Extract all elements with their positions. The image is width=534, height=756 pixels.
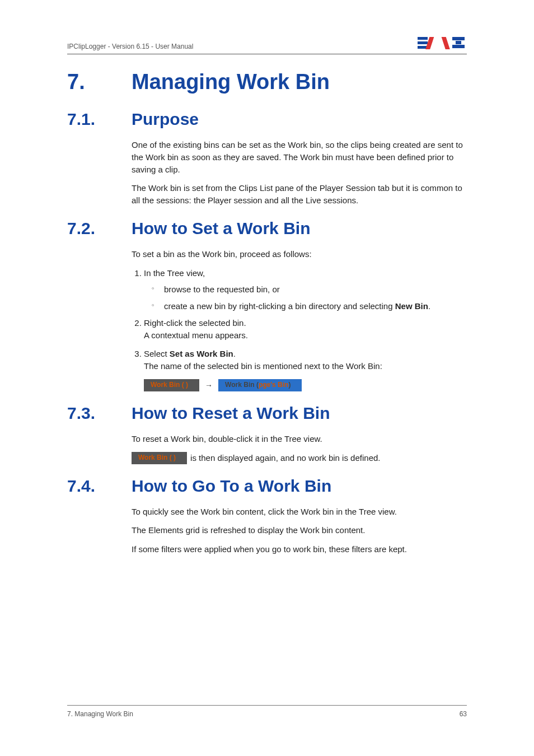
work-bin-empty-chip: Work Bin ( ) — [132, 452, 187, 464]
step-followup: A contextual menu appears. — [144, 329, 467, 342]
step-text: . — [233, 349, 236, 358]
evs-logo — [418, 36, 467, 50]
inline-chip-paragraph: Work Bin ( ) is then displayed again, an… — [132, 452, 467, 464]
sub-item-text: . — [428, 301, 430, 311]
chapter-title: Managing Work Bin — [132, 70, 330, 94]
section-7-1-heading: 7.1.Purpose — [67, 110, 467, 129]
section-number: 7.4. — [67, 477, 132, 496]
svg-rect-4 — [442, 37, 450, 49]
section-7-3-body: To reset a Work bin, double-click it in … — [132, 433, 467, 464]
arrow-icon: → — [205, 380, 213, 391]
paragraph: To quickly see the Work bin content, cli… — [132, 506, 467, 518]
footer-page-number: 63 — [460, 710, 467, 718]
paragraph: One of the existing bins can be set as t… — [132, 139, 467, 175]
header-left-text: IPClipLogger - Version 6.15 - User Manua… — [67, 43, 193, 50]
section-number: 7.3. — [67, 404, 132, 423]
sub-item: browse to the requested bin, or — [148, 283, 467, 296]
paragraph: To set a bin as the Work bin, proceed as… — [132, 248, 467, 260]
paragraph: To reset a Work bin, double-click it in … — [132, 433, 467, 445]
paragraph: If some filters were applied when you go… — [132, 543, 467, 556]
section-7-2-body: To set a bin as the Work bin, proceed as… — [132, 248, 467, 391]
section-number: 7.2. — [67, 219, 132, 238]
section-title: How to Go To a Work Bin — [132, 477, 331, 496]
section-title: How to Reset a Work Bin — [132, 404, 330, 423]
paragraph: The Elements grid is refreshed to displa… — [132, 524, 467, 536]
svg-rect-0 — [418, 37, 428, 40]
chapter-number: 7. — [67, 70, 132, 94]
chip-bin-name: pge's Bin — [259, 380, 289, 390]
steps-list: In the Tree view, browse to the requeste… — [132, 267, 467, 391]
svg-rect-5 — [452, 37, 465, 40]
work-bin-chip-row: Work Bin ( ) → Work Bin (pge's Bin) — [144, 379, 467, 391]
section-7-4-heading: 7.4.How to Go To a Work Bin — [67, 477, 467, 496]
svg-rect-1 — [418, 41, 428, 44]
step-3: Select Set as Work Bin. The name of the … — [144, 348, 467, 391]
work-bin-empty-chip: Work Bin ( ) — [144, 379, 199, 391]
chip-suffix: ) — [288, 380, 291, 390]
section-title: How to Set a Work Bin — [132, 219, 310, 238]
section-7-1-body: One of the existing bins can be set as t… — [132, 139, 467, 207]
step-text: In the Tree view, — [144, 268, 205, 278]
page-header: IPClipLogger - Version 6.15 - User Manua… — [67, 36, 467, 54]
section-number: 7.1. — [67, 110, 132, 129]
step-text: Select — [144, 349, 170, 358]
bold-text: Set as Work Bin — [170, 349, 233, 358]
section-title: Purpose — [132, 110, 199, 129]
sub-item-text: create a new bin by right-clicking a bin… — [164, 301, 395, 311]
paragraph: The Work bin is set from the Clips List … — [132, 182, 467, 207]
sub-item: create a new bin by right-clicking a bin… — [148, 300, 467, 312]
step-text: Right-click the selected bin. — [144, 318, 246, 328]
bold-text: New Bin — [395, 301, 428, 311]
chip-prefix: Work Bin ( — [225, 380, 259, 390]
section-7-2-heading: 7.2.How to Set a Work Bin — [67, 219, 467, 238]
work-bin-filled-chip: Work Bin (pge's Bin) — [218, 379, 302, 391]
sub-list: browse to the requested bin, or create a… — [148, 283, 467, 312]
section-7-3-heading: 7.3.How to Reset a Work Bin — [67, 404, 467, 423]
step-followup: The name of the selected bin is mentione… — [144, 360, 467, 372]
page-footer: 7. Managing Work Bin 63 — [67, 705, 467, 718]
footer-left: 7. Managing Work Bin — [67, 710, 133, 718]
chapter-heading: 7.Managing Work Bin — [67, 70, 467, 94]
step-2: Right-click the selected bin. A contextu… — [144, 317, 467, 342]
paragraph-tail: is then displayed again, and no work bin… — [190, 452, 380, 464]
svg-rect-6 — [456, 41, 461, 44]
step-1: In the Tree view, browse to the requeste… — [144, 267, 467, 312]
svg-rect-7 — [452, 45, 465, 48]
section-7-4-body: To quickly see the Work bin content, cli… — [132, 506, 467, 556]
